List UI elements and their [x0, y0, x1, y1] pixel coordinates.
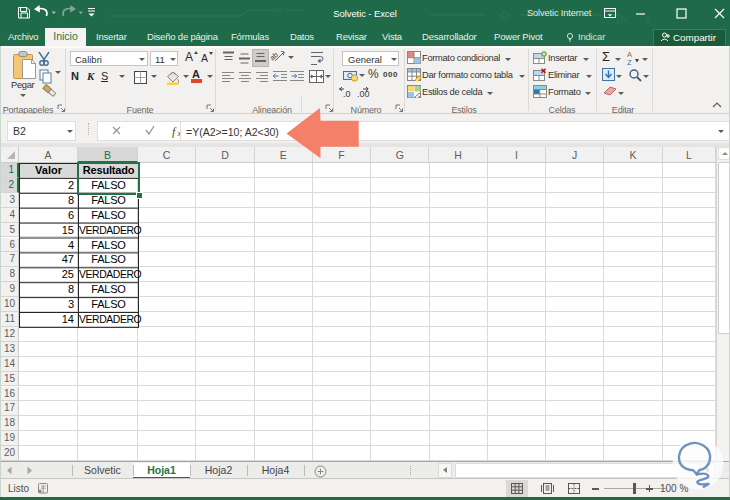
- svg-text:ab: ab: [268, 50, 280, 62]
- svg-text:Z: Z: [627, 58, 632, 66]
- svg-text:.0: .0: [343, 89, 351, 99]
- svg-text:.00: .00: [357, 89, 370, 99]
- svg-text:f: f: [172, 126, 177, 139]
